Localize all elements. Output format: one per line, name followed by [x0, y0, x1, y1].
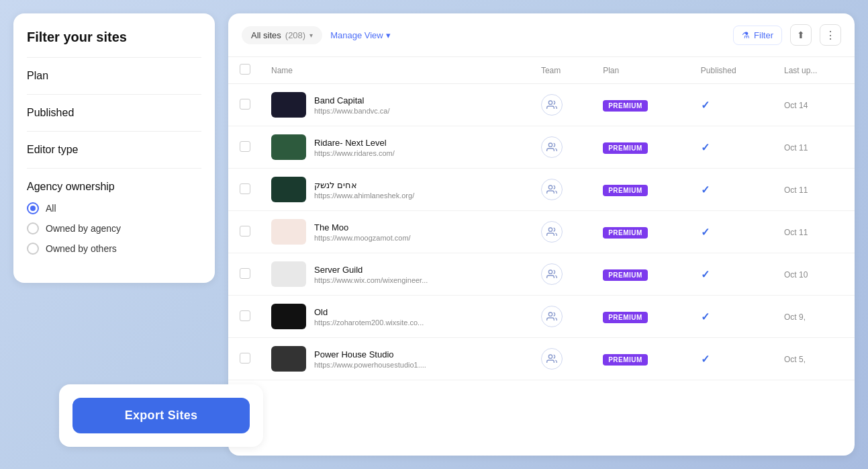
table-row: Band Capital https://www.bandvc.ca/ PREM…	[228, 84, 855, 126]
svg-point-4	[548, 270, 552, 273]
team-cell	[532, 296, 593, 338]
plan-cell: PREMIUM	[593, 169, 691, 211]
plan-cell: PREMIUM	[593, 126, 691, 169]
published-column-header: Published	[691, 57, 775, 84]
radio-btn-all[interactable]	[27, 202, 39, 214]
last-updated-date: Oct 14	[784, 101, 808, 110]
last-updated-cell: Oct 9,	[775, 296, 855, 338]
published-checkmark: ✓	[701, 226, 710, 238]
site-thumbnail	[271, 177, 306, 202]
filter-button[interactable]: ⚗ Filter	[733, 26, 782, 45]
radio-label-all: All	[46, 203, 56, 214]
export-button-wrapper: Export Sites	[59, 384, 263, 447]
download-icon: ⬆	[797, 30, 805, 40]
site-name: Old	[314, 307, 424, 317]
agency-ownership-section: Agency ownership All Owned by agency Own…	[27, 169, 201, 267]
export-icon-button[interactable]: ⬆	[790, 24, 812, 46]
site-url: https://www.moogzamot.com/	[314, 234, 411, 242]
site-cell: Ridare- Next Level https://www.ridares.c…	[262, 126, 532, 169]
last-updated-column-header: Last up...	[775, 57, 855, 84]
premium-badge: PREMIUM	[603, 227, 648, 239]
team-icon	[541, 263, 563, 285]
published-checkmark: ✓	[701, 184, 710, 196]
site-url: https://www.ahimlaneshek.org/	[314, 191, 414, 200]
all-sites-selector[interactable]: All sites (208) ▾	[242, 26, 322, 44]
filter-panel: Filter your sites Plan Published Editor …	[13, 13, 215, 283]
site-url: https://www.ridares.com/	[314, 149, 395, 157]
site-url: https://www.wix.com/wixengineer...	[314, 276, 428, 284]
published-checkmark: ✓	[701, 353, 710, 365]
team-icon	[541, 221, 563, 243]
more-options-button[interactable]: ⋮	[820, 24, 841, 46]
premium-badge: PREMIUM	[603, 354, 648, 366]
team-cell	[532, 253, 593, 296]
team-cell	[532, 169, 593, 211]
row-checkbox-6[interactable]	[240, 353, 250, 364]
plan-cell: PREMIUM	[593, 211, 691, 253]
radio-item-owned-by-others[interactable]: Owned by others	[27, 243, 201, 255]
row-checkbox-2[interactable]	[240, 183, 250, 194]
published-cell: ✓	[691, 169, 775, 211]
radio-item-all[interactable]: All	[27, 202, 201, 214]
radio-item-owned-by-agency[interactable]: Owned by agency	[27, 222, 201, 234]
last-updated-date: Oct 11	[784, 143, 808, 153]
select-all-header	[228, 57, 262, 84]
published-checkmark: ✓	[701, 99, 710, 111]
plan-cell: PREMIUM	[593, 84, 691, 126]
all-sites-label: All sites	[251, 30, 281, 40]
team-cell	[532, 338, 593, 380]
premium-badge: PREMIUM	[603, 269, 648, 281]
sites-table-panel: All sites (208) ▾ Manage View ▾ ⚗ Filter…	[228, 13, 855, 456]
agency-ownership-radio-group: All Owned by agency Owned by others	[27, 202, 201, 255]
row-checkbox-5[interactable]	[240, 310, 250, 321]
site-thumbnail	[271, 219, 306, 245]
svg-point-2	[548, 185, 552, 189]
last-updated-cell: Oct 10	[775, 253, 855, 296]
site-thumbnail	[271, 346, 306, 372]
team-icon	[541, 94, 563, 116]
svg-point-3	[548, 228, 552, 231]
table-body: Band Capital https://www.bandvc.ca/ PREM…	[228, 84, 855, 380]
site-thumbnail	[271, 261, 306, 287]
radio-btn-owned-by-others[interactable]	[27, 243, 39, 255]
svg-point-1	[548, 143, 552, 146]
site-name: Power House Studio	[314, 349, 426, 359]
site-cell: Power House Studio https://www.powerhous…	[262, 338, 532, 380]
table-row: Old https://zoharotem200.wixsite.co... P…	[228, 296, 855, 338]
last-updated-date: Oct 11	[784, 228, 808, 237]
row-checkbox-4[interactable]	[240, 268, 250, 279]
table-row: Server Guild https://www.wix.com/wixengi…	[228, 253, 855, 296]
site-cell: Server Guild https://www.wix.com/wixengi…	[262, 253, 532, 296]
last-updated-cell: Oct 5,	[775, 338, 855, 380]
team-cell	[532, 211, 593, 253]
plan-column-header: Plan	[593, 57, 691, 84]
premium-badge: PREMIUM	[603, 185, 648, 196]
plan-cell: PREMIUM	[593, 338, 691, 380]
site-cell: The Moo https://www.moogzamot.com/	[262, 211, 532, 253]
premium-badge: PREMIUM	[603, 312, 648, 323]
site-name: The Moo	[314, 222, 411, 232]
site-url: https://www.powerhousestudio1....	[314, 361, 426, 369]
row-checkbox-3[interactable]	[240, 226, 250, 237]
agency-ownership-title: Agency ownership	[27, 181, 201, 193]
row-checkbox-1[interactable]	[240, 141, 250, 152]
published-checkmark: ✓	[701, 269, 710, 280]
team-icon	[541, 348, 563, 370]
filter-panel-title: Filter your sites	[27, 30, 201, 58]
site-cell: Band Capital https://www.bandvc.ca/	[262, 84, 532, 126]
team-icon	[541, 179, 563, 200]
last-updated-date: Oct 10	[784, 270, 808, 280]
published-checkmark: ✓	[701, 142, 710, 153]
radio-btn-owned-by-agency[interactable]	[27, 222, 39, 234]
site-url: https://www.bandvc.ca/	[314, 107, 390, 115]
filter-label: Filter	[754, 30, 773, 40]
site-name: אחים לנשק	[314, 180, 414, 190]
site-thumbnail	[271, 134, 306, 160]
export-sites-button[interactable]: Export Sites	[73, 398, 250, 433]
select-all-checkbox[interactable]	[240, 64, 250, 75]
site-name: Band Capital	[314, 95, 390, 105]
manage-view-button[interactable]: Manage View ▾	[330, 30, 391, 40]
row-checkbox-0[interactable]	[240, 99, 250, 110]
table-header-bar: All sites (208) ▾ Manage View ▾ ⚗ Filter…	[228, 13, 855, 57]
table-row: Power House Studio https://www.powerhous…	[228, 338, 855, 380]
